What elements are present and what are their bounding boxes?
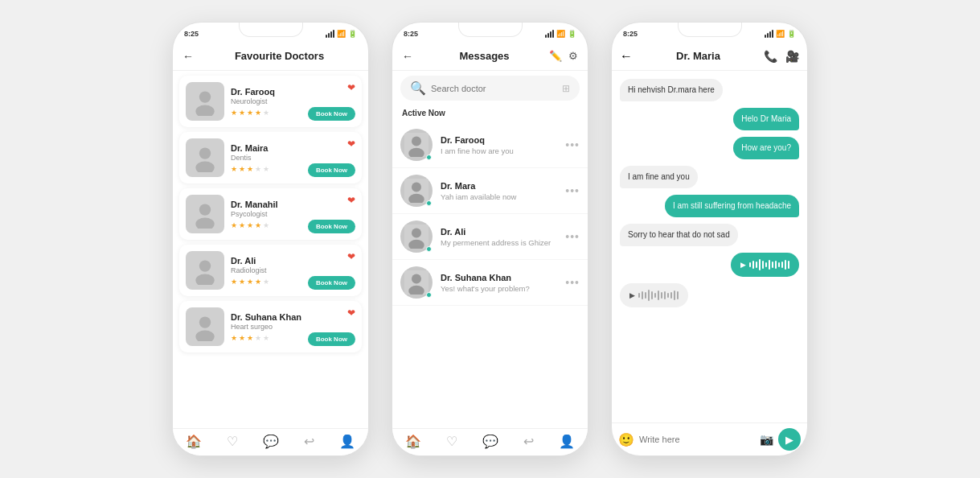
chat-bubble-received: I am fine and you bbox=[620, 166, 698, 188]
svg-point-1 bbox=[199, 91, 211, 102]
message-list-item[interactable]: Dr. Farooq I am fine how are you ••• bbox=[392, 122, 588, 168]
msg-avatar-wrap bbox=[400, 175, 433, 207]
message-list-item[interactable]: Dr. Ali My permenent address is Ghizer •… bbox=[392, 214, 588, 260]
battery-icon-3: 🔋 bbox=[787, 30, 796, 38]
nav-heart-2[interactable]: ♡ bbox=[446, 434, 457, 449]
star-filled: ★ bbox=[231, 165, 237, 173]
book-now-button[interactable]: Book Now bbox=[308, 107, 355, 121]
book-now-button[interactable]: Book Now bbox=[308, 163, 355, 177]
fav-title: Favourite Doctors bbox=[200, 50, 359, 62]
chat-messages-area: Hi nehvish Dr.mara hereHelo Dr MariaHow … bbox=[612, 71, 807, 422]
doctor-card[interactable]: Dr. Manahil Psycologist ★★★★★ ❤ Book Now bbox=[179, 188, 362, 240]
notch bbox=[239, 23, 303, 37]
star-filled: ★ bbox=[247, 278, 253, 286]
back-button-3[interactable]: ← bbox=[620, 49, 633, 64]
messages-header: ← Messages ✏️ ⚙ bbox=[392, 42, 588, 71]
message-list-item[interactable]: Dr. Mara Yah iam available now ••• bbox=[392, 168, 588, 214]
msg-info: Dr. Suhana Khan Yes! what's your problem… bbox=[441, 273, 557, 293]
phone-call-icon[interactable]: 📞 bbox=[764, 50, 777, 63]
book-now-button[interactable]: Book Now bbox=[308, 276, 355, 290]
doctor-card[interactable]: Dr. Maira Dentis ★★★★★ ❤ Book Now bbox=[179, 132, 362, 183]
search-input[interactable] bbox=[431, 84, 557, 93]
doctor-specialty: Radiologist bbox=[231, 266, 355, 274]
back-button-2[interactable]: ← bbox=[402, 50, 413, 63]
favourite-heart-icon[interactable]: ❤ bbox=[347, 195, 355, 206]
active-dot bbox=[426, 292, 432, 298]
battery-icon-2: 🔋 bbox=[568, 30, 576, 38]
doctor-avatar bbox=[186, 82, 224, 121]
notch-2 bbox=[458, 23, 523, 37]
chat-input-bar: 🙂 📷 ▶ bbox=[612, 422, 807, 455]
star-filled: ★ bbox=[255, 278, 261, 286]
star-empty: ★ bbox=[255, 165, 261, 173]
signal-icon-2 bbox=[545, 30, 554, 38]
msg-options-icon[interactable]: ••• bbox=[565, 276, 580, 289]
active-dot bbox=[426, 200, 432, 206]
svg-point-19 bbox=[412, 183, 421, 192]
msg-preview: My permenent address is Ghizer bbox=[441, 238, 557, 247]
doctor-card[interactable]: Dr. Ali Radiologist ★★★★★ ❤ Book Now bbox=[179, 245, 362, 296]
msg-preview: I am fine how are you bbox=[441, 146, 557, 155]
msg-avatar-wrap bbox=[400, 266, 433, 299]
star-filled: ★ bbox=[239, 278, 245, 286]
phone-favourite-doctors: 8:25 📶 🔋 ← Favourite Doctors bbox=[172, 22, 369, 456]
msg-info: Dr. Farooq I am fine how are you bbox=[441, 135, 557, 155]
camera-icon[interactable]: 📷 bbox=[760, 433, 773, 446]
favourite-heart-icon[interactable]: ❤ bbox=[347, 138, 355, 150]
nav-home-1[interactable]: 🏠 bbox=[186, 434, 202, 449]
nav-chat-1[interactable]: 💬 bbox=[263, 434, 279, 449]
nav-back-1[interactable]: ↩ bbox=[304, 434, 314, 449]
send-button[interactable]: ▶ bbox=[778, 428, 801, 451]
doctor-avatar bbox=[186, 138, 224, 177]
doctor-specialty: Neurologist bbox=[231, 97, 355, 105]
star-filled: ★ bbox=[247, 221, 253, 229]
msg-info: Dr. Ali My permenent address is Ghizer bbox=[441, 227, 557, 247]
emoji-icon[interactable]: 🙂 bbox=[618, 432, 634, 447]
favourite-heart-icon[interactable]: ❤ bbox=[347, 251, 355, 262]
star-filled: ★ bbox=[247, 109, 253, 117]
doctor-card[interactable]: Dr. Suhana Khan Heart surgeo ★★★★★ ❤ Boo… bbox=[179, 301, 362, 352]
fav-header: ← Favourite Doctors bbox=[173, 42, 368, 71]
star-filled: ★ bbox=[239, 334, 245, 342]
msg-name: Dr. Suhana Khan bbox=[441, 273, 557, 282]
msg-preview: Yes! what's your problem? bbox=[441, 284, 557, 293]
favourite-heart-icon[interactable]: ❤ bbox=[347, 82, 355, 93]
wifi-icon-3: 📶 bbox=[776, 30, 785, 38]
msg-options-icon[interactable]: ••• bbox=[565, 230, 580, 243]
nav-back-2[interactable]: ↩ bbox=[523, 434, 534, 449]
nav-home-2[interactable]: 🏠 bbox=[405, 434, 421, 449]
status-time-2: 8:25 bbox=[404, 30, 418, 38]
book-now-button[interactable]: Book Now bbox=[308, 332, 355, 346]
back-button-1[interactable]: ← bbox=[182, 50, 194, 63]
fav-doctors-list: Dr. Farooq Neurologist ★★★★★ ❤ Book Now … bbox=[173, 71, 368, 428]
svg-point-13 bbox=[199, 316, 211, 328]
video-call-icon[interactable]: 🎥 bbox=[785, 50, 799, 63]
active-now-label: Active Now bbox=[392, 105, 588, 122]
search-bar[interactable]: 🔍 ⊞ bbox=[400, 76, 580, 101]
doctor-name: Dr. Maira bbox=[231, 143, 355, 153]
doctor-name: Dr. Ali bbox=[231, 256, 355, 266]
settings-icon[interactable]: ⚙ bbox=[568, 50, 578, 62]
chat-bubble-received: Sorry to hear that do not sad bbox=[620, 224, 738, 246]
book-now-button[interactable]: Book Now bbox=[308, 220, 355, 233]
chat-input[interactable] bbox=[639, 435, 755, 444]
doctor-card[interactable]: Dr. Farooq Neurologist ★★★★★ ❤ Book Now bbox=[179, 76, 362, 127]
favourite-heart-icon[interactable]: ❤ bbox=[347, 307, 355, 319]
svg-point-7 bbox=[199, 204, 211, 215]
chat-bubble-sent: I am still suffering from headache bbox=[665, 195, 799, 217]
message-list-item[interactable]: Dr. Suhana Khan Yes! what's your problem… bbox=[392, 260, 588, 306]
msg-options-icon[interactable]: ••• bbox=[565, 138, 580, 151]
status-icons-1: 📶 🔋 bbox=[326, 30, 357, 38]
msg-options-icon[interactable]: ••• bbox=[565, 184, 580, 197]
messages-bottom-nav: 🏠 ♡ 💬 ↩ 👤 bbox=[392, 428, 588, 455]
edit-icon[interactable]: ✏️ bbox=[549, 50, 562, 62]
nav-heart-1[interactable]: ♡ bbox=[227, 434, 238, 449]
star-empty: ★ bbox=[263, 109, 269, 117]
phone-messages: 8:25 📶 🔋 ← Messages ✏️ ⚙ 🔍 bbox=[392, 22, 588, 456]
nav-profile-1[interactable]: 👤 bbox=[339, 434, 355, 449]
star-empty: ★ bbox=[263, 334, 269, 342]
nav-profile-2[interactable]: 👤 bbox=[559, 434, 575, 449]
wifi-icon: 📶 bbox=[337, 30, 346, 38]
nav-chat-2[interactable]: 💬 bbox=[482, 434, 498, 449]
msg-name: Dr. Ali bbox=[441, 227, 557, 237]
